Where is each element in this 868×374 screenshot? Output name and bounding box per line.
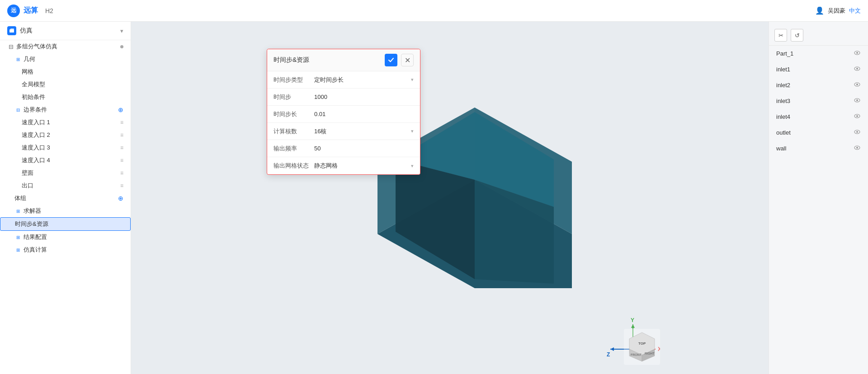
- menu-icon[interactable]: ≡: [120, 170, 123, 176]
- svg-text:FRONT: FRONT: [631, 353, 642, 356]
- field-label-calc-cores: 计算核数: [274, 127, 314, 136]
- sidebar-collapse-icon[interactable]: ▾: [120, 28, 123, 34]
- svg-point-33: [856, 115, 858, 117]
- cut-button[interactable]: ✂: [774, 29, 787, 42]
- sidebar-item-sim-calc[interactable]: ⊞ 仿真计算: [0, 243, 131, 256]
- expand-icon: ⊟: [7, 43, 14, 50]
- dialog-row-time-step: 时间步: [267, 89, 420, 106]
- dialog-row-time-step-type: 时间步类型 定时间步长 ▾: [267, 71, 420, 89]
- svg-point-31: [856, 99, 858, 101]
- sidebar-item-body-group[interactable]: 体组 ⊕: [0, 192, 131, 205]
- rp-item-outlet: outlet: [769, 125, 868, 140]
- item-label: 结果配置: [24, 233, 123, 241]
- dialog-row-calc-cores: 计算核数 16核 ▾: [267, 123, 420, 140]
- select-value: 16核: [314, 127, 326, 136]
- visibility-toggle-outlet[interactable]: [854, 128, 861, 137]
- menu-icon[interactable]: ≡: [120, 132, 123, 138]
- lang-switch[interactable]: 中文: [849, 7, 861, 15]
- menu-icon[interactable]: ≡: [120, 119, 123, 126]
- menu-icon[interactable]: ≡: [120, 157, 123, 164]
- refresh-icon: ↺: [795, 32, 800, 39]
- sidebar-item-inlet2[interactable]: 速度入口 2 ≡: [0, 129, 131, 141]
- item-label: 初始条件: [22, 93, 123, 101]
- svg-text:Z: Z: [607, 351, 610, 358]
- menu-icon[interactable]: ≡: [120, 182, 123, 189]
- add-group-icon[interactable]: ⊕: [118, 195, 123, 202]
- app-logo-icon: 远: [7, 5, 20, 17]
- visibility-toggle-inlet3[interactable]: [854, 97, 861, 105]
- right-panel-toolbar: ✂ ↺: [769, 25, 868, 46]
- item-label: 网格: [22, 68, 123, 76]
- select-value: 定时间步长: [314, 76, 344, 84]
- viewport-area[interactable]: 时间步&资源 ✕ 时间步类型 定时间步长 ▾: [131, 22, 769, 374]
- visibility-toggle-wall[interactable]: [854, 144, 861, 153]
- rp-item-inlet3: inlet3: [769, 93, 868, 109]
- item-label: 体组: [14, 194, 118, 202]
- visibility-toggle-part1[interactable]: [854, 49, 861, 58]
- sidebar-header-left: 仿真: [7, 26, 33, 35]
- select-value: 静态网格: [314, 162, 338, 170]
- refresh-button[interactable]: ↺: [791, 29, 803, 42]
- item-label: 时间步&资源: [15, 220, 123, 228]
- svg-point-35: [856, 131, 858, 133]
- sidebar-item-multi-gas[interactable]: ⊟ 多组分气体仿真: [0, 40, 131, 53]
- sidebar-item-solver[interactable]: ⊞ 求解器: [0, 205, 131, 217]
- cut-icon: ✂: [778, 32, 783, 39]
- dialog-close-button[interactable]: ✕: [401, 54, 414, 66]
- field-value-calc-cores[interactable]: 16核 ▾: [314, 127, 414, 136]
- chevron-down-icon: ▾: [411, 163, 414, 169]
- menu-icon[interactable]: ≡: [120, 145, 123, 151]
- sidebar-item-time-resource[interactable]: 时间步&资源: [0, 217, 131, 231]
- sidebar-item-mesh[interactable]: 网格: [0, 65, 131, 78]
- visibility-toggle-inlet2[interactable]: [854, 81, 861, 89]
- visibility-toggle-inlet1[interactable]: [854, 65, 861, 74]
- field-input-output-freq[interactable]: [314, 145, 414, 152]
- rp-item-label: inlet1: [776, 66, 790, 73]
- sidebar-item-boundary[interactable]: ⊟ 边界条件 ⊕: [0, 103, 131, 116]
- field-label-time-step-type: 时间步类型: [274, 76, 314, 84]
- sidebar-item-result-config[interactable]: ⊞ 结果配置: [0, 231, 131, 243]
- expand-icon: ⊞: [14, 234, 22, 241]
- dialog-action-buttons: ✕: [385, 54, 414, 66]
- sidebar-item-outlet[interactable]: 出口 ≡: [0, 179, 131, 192]
- field-label-output-mesh-state: 输出网格状态: [274, 162, 314, 170]
- sidebar-item-geometry[interactable]: ⊞ 几何: [0, 53, 131, 65]
- field-label-output-freq: 输出频率: [274, 145, 314, 153]
- item-label: 速度入口 2: [22, 131, 120, 139]
- svg-point-27: [856, 68, 858, 70]
- svg-marker-13: [631, 324, 635, 328]
- field-label-time-step: 时间步: [274, 93, 314, 101]
- expand-icon: ⊟: [14, 106, 22, 113]
- item-label: 求解器: [24, 207, 123, 215]
- sidebar-item-inlet3[interactable]: 速度入口 3 ≡: [0, 141, 131, 154]
- field-input-time-step[interactable]: [314, 94, 414, 100]
- field-input-time-step-length[interactable]: [314, 111, 414, 117]
- dialog-confirm-button[interactable]: [385, 54, 397, 66]
- sidebar-item-global-model[interactable]: 全局模型: [0, 78, 131, 91]
- item-label: 速度入口 3: [22, 144, 120, 152]
- sidebar-item-wall[interactable]: 壁面 ≡: [0, 167, 131, 179]
- sidebar-item-inlet4[interactable]: 速度入口 4 ≡: [0, 154, 131, 167]
- dialog-title: 时间步&资源: [274, 56, 309, 64]
- add-boundary-icon[interactable]: ⊕: [118, 106, 123, 113]
- rp-item-label: Part_1: [776, 50, 793, 57]
- svg-marker-9: [610, 347, 614, 351]
- app-name: 远算: [24, 6, 38, 15]
- visibility-toggle-inlet4[interactable]: [854, 112, 861, 121]
- field-value-output-mesh-state[interactable]: 静态网格 ▾: [314, 162, 414, 170]
- sidebar: 仿真 ▾ ⊟ 多组分气体仿真 ⊞ 几何 网格 全局模型 初始条件 ⊟ 边界条件 …: [0, 22, 131, 374]
- sidebar-title: 仿真: [20, 27, 33, 35]
- sidebar-item-init-cond[interactable]: 初始条件: [0, 91, 131, 103]
- item-label: 多组分气体仿真: [16, 42, 118, 51]
- sidebar-header: 仿真 ▾: [0, 22, 131, 40]
- field-value-time-step-type[interactable]: 定时间步长 ▾: [314, 76, 414, 84]
- item-label: 全局模型: [22, 80, 123, 89]
- sidebar-item-inlet1[interactable]: 速度入口 1 ≡: [0, 116, 131, 129]
- chevron-down-icon: ▾: [411, 128, 414, 134]
- rp-item-label: inlet2: [776, 82, 790, 89]
- nav-cube[interactable]: TOP FRONT RIGHT: [624, 329, 660, 365]
- rp-item-inlet1: inlet1: [769, 61, 868, 77]
- chevron-down-icon: ▾: [411, 77, 414, 83]
- sidebar-cube-icon: [7, 26, 16, 35]
- expand-icon: ⊞: [14, 56, 22, 63]
